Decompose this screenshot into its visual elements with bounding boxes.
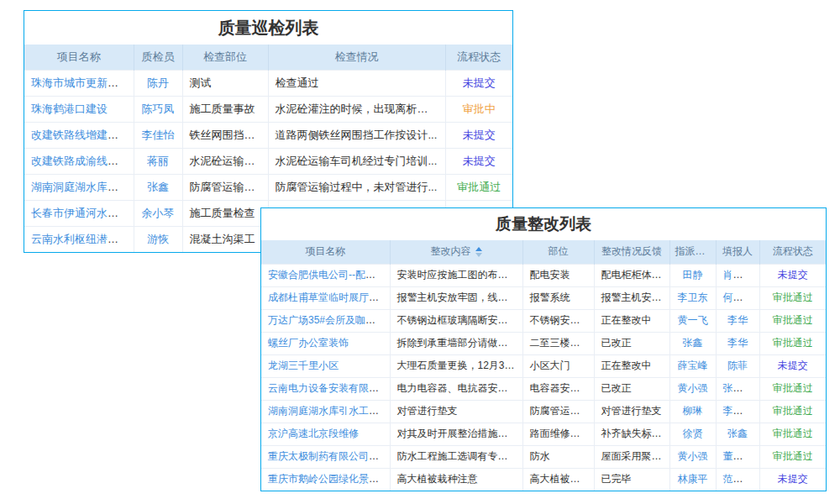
cell-text: 防水工程施工选调有专业资质...: [397, 450, 523, 462]
cell-inspector: 陈丹: [134, 70, 182, 96]
cell-project: 珠海鹤港口建设: [24, 96, 134, 122]
table-row[interactable]: 重庆市鹅岭公园绿化景观提升...高大植被栽种注意高大植被栽种已完毕林康平范思哲未…: [261, 468, 826, 491]
person-link[interactable]: 张小东: [723, 382, 753, 394]
person-link[interactable]: 陈丹: [147, 76, 169, 89]
table-row[interactable]: 龙湖三千里小区大理石质量更换，12月31日之...小区大门正在整改中薛宝峰陈菲未…: [261, 354, 826, 377]
project-link[interactable]: 京沪高速北京段维修: [268, 428, 359, 439]
cell-status: 未提交: [759, 354, 826, 377]
column-header-label: 项目名称: [305, 245, 345, 257]
project-link[interactable]: 湖南洞庭湖水库引水工程施工I标: [268, 405, 390, 417]
cell-part: 测试: [182, 70, 268, 96]
column-header-reporter: 填报人: [716, 240, 759, 264]
cell-situation: 检查通过: [268, 70, 445, 96]
cell-text: 路面维修检...: [530, 428, 589, 439]
person-link[interactable]: 陈菲: [727, 360, 748, 371]
cell-text: 屋面采用聚氯...: [601, 450, 670, 462]
table-row[interactable]: 重庆太极制药有限公司亳州中...防水工程施工选调有专业资质...防水屋面采用聚氯…: [261, 445, 826, 468]
cell-text: 施工质量事故: [190, 102, 255, 115]
person-link[interactable]: 陈巧凤: [142, 102, 175, 115]
column-header-content[interactable]: 整改内容: [390, 240, 522, 264]
cell-feedback: 已改正: [594, 332, 669, 354]
cell-text: 报警系统: [530, 291, 570, 303]
person-link[interactable]: 张鑫: [683, 337, 703, 349]
cell-text: 高大植被栽种: [530, 473, 591, 485]
table-row[interactable]: 湖南洞庭湖水库引水工...张鑫防腐管运输、布管防腐管运输过程中，未对管进行...…: [24, 174, 512, 200]
person-link[interactable]: 何芷萱: [723, 291, 753, 303]
sort-descending-icon[interactable]: [475, 253, 482, 257]
cell-reporter: 何芷萱: [716, 286, 759, 309]
project-link[interactable]: 重庆市鹅岭公园绿化景观提升...: [268, 473, 390, 485]
quality-rectification-table: 项目名称整改内容部位整改情况反馈指派人员填报人流程状态 安徽合肥供电公司--配电…: [261, 240, 826, 491]
project-link[interactable]: 云南水利枢纽潜明水库...: [31, 233, 134, 245]
person-link[interactable]: 李佳怡: [142, 129, 175, 141]
sort-ascending-icon[interactable]: [475, 247, 482, 251]
table-row[interactable]: 改建铁路线增建第二线...李佳怡铁丝网围挡工作检查道路两侧铁丝网围挡工作按设计.…: [24, 122, 512, 148]
project-link[interactable]: 万达广场35#会所及咖啡厅空...: [268, 314, 390, 326]
project-link[interactable]: 云南电力设备安装有限公司20...: [268, 382, 390, 394]
table-row[interactable]: 珠海市城市更新项目紫...陈丹测试检查通过未提交: [24, 70, 512, 96]
inspection-table-title: 质量巡检列表: [24, 11, 512, 45]
status-text: 未提交: [778, 360, 808, 371]
table-row[interactable]: 京沪高速北京段维修对其及时开展整治措施，桥头...路面维修检...补齐缺失标志.…: [261, 423, 826, 445]
cell-assignee: 林康平: [669, 468, 716, 491]
person-link[interactable]: 余小琴: [142, 207, 175, 219]
cell-part: 小区大门: [522, 354, 594, 377]
table-row[interactable]: 云南电力设备安装有限公司20...电力电容器、电抗器安装方案,...电容器安装.…: [261, 377, 826, 400]
cell-text: 大理石质量更换，12月31日之...: [397, 360, 523, 371]
person-link[interactable]: 张鑫: [727, 428, 748, 439]
cell-text: 二至三楼混...: [530, 337, 589, 349]
person-link[interactable]: 李若若: [723, 405, 753, 417]
person-link[interactable]: 田静: [683, 269, 703, 281]
project-link[interactable]: 长春市伊通河水力发电...: [31, 207, 134, 219]
person-link[interactable]: 蒋丽: [147, 155, 169, 167]
table-row[interactable]: 螺丝厂办公室装饰拆除到承重墙部分请做好加固...二至三楼混...已改正张鑫李华审…: [261, 332, 826, 354]
person-link[interactable]: 董清平: [723, 450, 753, 462]
table-row[interactable]: 安徽合肥供电公司--配电设备...安装时应按施工图的布置，将...配电安装配电柜…: [261, 264, 826, 286]
project-link[interactable]: 安徽合肥供电公司--配电设备...: [268, 269, 390, 281]
project-link[interactable]: 成都杜甫草堂临时展厅独立展...: [268, 291, 390, 303]
table-row[interactable]: 湖南洞庭湖水库引水工程施工I标对管进行垫支防腐管运输...对管进行垫支柳琳李若若…: [261, 400, 826, 423]
table-row[interactable]: 成都杜甫草堂临时展厅独立展...报警主机安放牢固，线缆连接...报警系统报警主机…: [261, 286, 826, 309]
project-link[interactable]: 螺丝厂办公室装饰: [268, 337, 349, 349]
status-text: 未提交: [778, 269, 808, 281]
project-link[interactable]: 珠海市城市更新项目紫...: [31, 76, 134, 89]
project-link[interactable]: 改建铁路线增建第二线...: [31, 129, 134, 141]
person-link[interactable]: 黄小强: [678, 382, 708, 394]
person-link[interactable]: 范思哲: [723, 473, 753, 485]
cell-text: 水泥砼运输车司机经过专门培训...: [276, 155, 438, 167]
cell-project: 云南水利枢纽潜明水库...: [24, 226, 134, 252]
cell-status: 未提交: [445, 70, 512, 96]
project-link[interactable]: 珠海鹤港口建设: [31, 102, 108, 115]
table-row[interactable]: 万达广场35#会所及咖啡厅空...不锈钢边框玻璃隔断安装不牢...不锈钢安装..…: [261, 309, 826, 332]
sort-icon[interactable]: [475, 247, 482, 257]
column-header-label: 流程状态: [457, 50, 501, 63]
header-row: 项目名称整改内容部位整改情况反馈指派人员填报人流程状态: [261, 240, 826, 264]
column-header-label: 检查情况: [335, 50, 379, 63]
person-link[interactable]: 柳琳: [683, 405, 703, 417]
person-link[interactable]: 游恢: [147, 233, 169, 245]
person-link[interactable]: 徐贤: [683, 428, 703, 439]
cell-part: 路面维修检...: [522, 423, 594, 445]
cell-project: 改建铁路线增建第二线...: [24, 122, 134, 148]
status-text: 审批通过: [457, 181, 501, 193]
person-link[interactable]: 肖亚军: [723, 269, 753, 281]
table-row[interactable]: 改建铁路成渝线增建第...蒋丽水泥砼运输车检查水泥砼运输车司机经过专门培训...…: [24, 148, 512, 174]
cell-part: 不锈钢安装...: [522, 309, 594, 332]
person-link[interactable]: 黄一飞: [678, 314, 708, 326]
project-link[interactable]: 湖南洞庭湖水库引水工...: [31, 181, 134, 193]
person-link[interactable]: 李华: [727, 314, 748, 326]
project-link[interactable]: 重庆太极制药有限公司亳州中...: [268, 450, 390, 462]
person-link[interactable]: 张鑫: [147, 181, 169, 193]
column-header-label: 项目名称: [57, 50, 101, 63]
column-header-project: 项目名称: [24, 45, 134, 70]
person-link[interactable]: 林康平: [678, 473, 708, 485]
person-link[interactable]: 黄小强: [678, 450, 708, 462]
person-link[interactable]: 李华: [727, 337, 748, 349]
person-link[interactable]: 李卫东: [678, 291, 708, 303]
project-link[interactable]: 改建铁路成渝线增建第...: [31, 155, 134, 167]
cell-situation: 水泥砼运输车司机经过专门培训...: [268, 148, 445, 174]
cell-text: 报警主机安放牢固，线缆连接...: [397, 291, 523, 303]
person-link[interactable]: 薛宝峰: [678, 360, 708, 371]
table-row[interactable]: 珠海鹤港口建设陈巧凤施工质量事故水泥砼灌注的时候，出现离析现象审批中: [24, 96, 512, 122]
project-link[interactable]: 龙湖三千里小区: [268, 360, 339, 371]
